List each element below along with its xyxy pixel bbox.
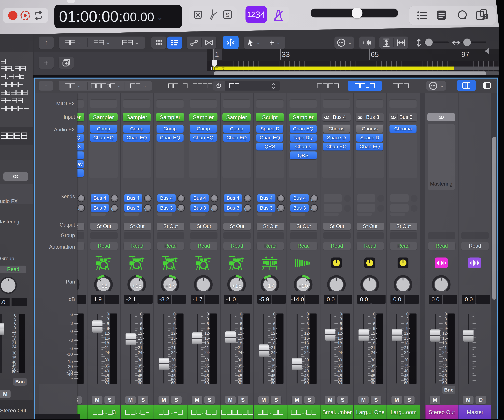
svg-text:9: 9 <box>107 326 109 331</box>
svg-text:6: 6 <box>444 321 447 326</box>
svg-text:40: 40 <box>404 369 409 373</box>
svg-text:15: 15 <box>404 336 409 340</box>
svg-text:6: 6 <box>240 321 242 326</box>
svg-text:9: 9 <box>406 326 409 331</box>
svg-text:0: 0 <box>207 312 209 316</box>
svg-text:6: 6 <box>173 321 176 326</box>
svg-text:24: 24 <box>204 350 209 355</box>
svg-text:0: 0 <box>406 312 409 316</box>
svg-text:40: 40 <box>104 369 109 373</box>
svg-text:40: 40 <box>337 369 342 373</box>
svg-text:24: 24 <box>171 350 176 355</box>
svg-text:0: 0 <box>444 312 447 316</box>
svg-text:30: 30 <box>371 358 375 362</box>
svg-text:60: 60 <box>304 380 309 385</box>
svg-text:21: 21 <box>104 345 109 350</box>
svg-text:60: 60 <box>442 380 447 385</box>
svg-text:21: 21 <box>404 345 409 350</box>
svg-text:12: 12 <box>404 331 409 336</box>
svg-text:6: 6 <box>140 321 142 326</box>
svg-text:3: 3 <box>444 317 447 321</box>
svg-text:21: 21 <box>271 345 276 350</box>
svg-text:24: 24 <box>238 350 242 355</box>
svg-text:35: 35 <box>271 364 276 368</box>
svg-text:35: 35 <box>204 364 209 368</box>
svg-text:12: 12 <box>371 331 375 336</box>
svg-text:3: 3 <box>173 317 176 321</box>
svg-text:3: 3 <box>273 317 276 321</box>
svg-text:35: 35 <box>171 364 176 368</box>
svg-text:S: S <box>226 12 229 18</box>
svg-text:12: 12 <box>337 331 342 336</box>
svg-text:18: 18 <box>138 341 142 345</box>
svg-text:60: 60 <box>171 380 176 385</box>
svg-text:12: 12 <box>271 331 276 336</box>
svg-text:40: 40 <box>304 369 309 373</box>
svg-text:9: 9 <box>240 326 242 331</box>
svg-text:12: 12 <box>204 331 209 336</box>
svg-text:21: 21 <box>138 345 142 350</box>
svg-text:0: 0 <box>306 312 309 316</box>
svg-text:18: 18 <box>204 341 209 345</box>
svg-text:15: 15 <box>442 336 447 340</box>
svg-text:24: 24 <box>271 350 276 355</box>
svg-text:35: 35 <box>371 364 375 368</box>
svg-text:6: 6 <box>340 321 342 326</box>
svg-text:9: 9 <box>173 326 176 331</box>
svg-text:3: 3 <box>140 317 142 321</box>
svg-text:35: 35 <box>104 364 109 368</box>
svg-text:15: 15 <box>271 336 276 340</box>
svg-text:60: 60 <box>104 380 109 385</box>
svg-text:15: 15 <box>171 336 176 340</box>
svg-text:21: 21 <box>238 345 242 350</box>
svg-text:3: 3 <box>373 317 375 321</box>
svg-text:21: 21 <box>171 345 176 350</box>
svg-text:24: 24 <box>404 350 409 355</box>
svg-text:35: 35 <box>337 364 342 368</box>
svg-text:0: 0 <box>140 312 142 316</box>
svg-text:40: 40 <box>442 369 447 373</box>
svg-text:15: 15 <box>304 336 309 340</box>
svg-text:15: 15 <box>337 336 342 340</box>
svg-text:15: 15 <box>138 336 142 340</box>
svg-text:18: 18 <box>171 341 176 345</box>
svg-text:60: 60 <box>371 380 375 385</box>
svg-text:12: 12 <box>238 331 242 336</box>
svg-text:30: 30 <box>204 358 209 362</box>
svg-text:6: 6 <box>306 321 309 326</box>
svg-text:40: 40 <box>138 369 142 373</box>
svg-text:18: 18 <box>304 341 309 345</box>
svg-text:60: 60 <box>204 380 209 385</box>
svg-text:12: 12 <box>104 331 109 336</box>
svg-text:18: 18 <box>442 341 447 345</box>
svg-text:6: 6 <box>107 321 109 326</box>
svg-text:30: 30 <box>337 358 342 362</box>
svg-text:9: 9 <box>207 326 209 331</box>
svg-text:35: 35 <box>138 364 142 368</box>
svg-text:40: 40 <box>238 369 242 373</box>
svg-text:24: 24 <box>371 350 375 355</box>
svg-text:18: 18 <box>238 341 242 345</box>
svg-text:6: 6 <box>207 321 209 326</box>
svg-text:9: 9 <box>306 326 309 331</box>
svg-text:30: 30 <box>442 358 447 362</box>
svg-text:0: 0 <box>107 312 109 316</box>
svg-text:9: 9 <box>340 326 342 331</box>
svg-text:40: 40 <box>271 369 276 373</box>
svg-text:35: 35 <box>238 364 242 368</box>
svg-text:18: 18 <box>337 341 342 345</box>
svg-text:15: 15 <box>371 336 375 340</box>
svg-text:0: 0 <box>273 312 276 316</box>
svg-text:15: 15 <box>204 336 209 340</box>
svg-text:30: 30 <box>104 358 109 362</box>
svg-text:0: 0 <box>173 312 176 316</box>
svg-text:24: 24 <box>442 350 447 355</box>
svg-text:30: 30 <box>304 358 309 362</box>
svg-text:24: 24 <box>138 350 142 355</box>
svg-text:15: 15 <box>104 336 109 340</box>
svg-text:60: 60 <box>271 380 276 385</box>
svg-text:21: 21 <box>442 345 447 350</box>
svg-text:30: 30 <box>271 358 276 362</box>
svg-text:3: 3 <box>340 317 342 321</box>
svg-text:21: 21 <box>304 345 309 350</box>
